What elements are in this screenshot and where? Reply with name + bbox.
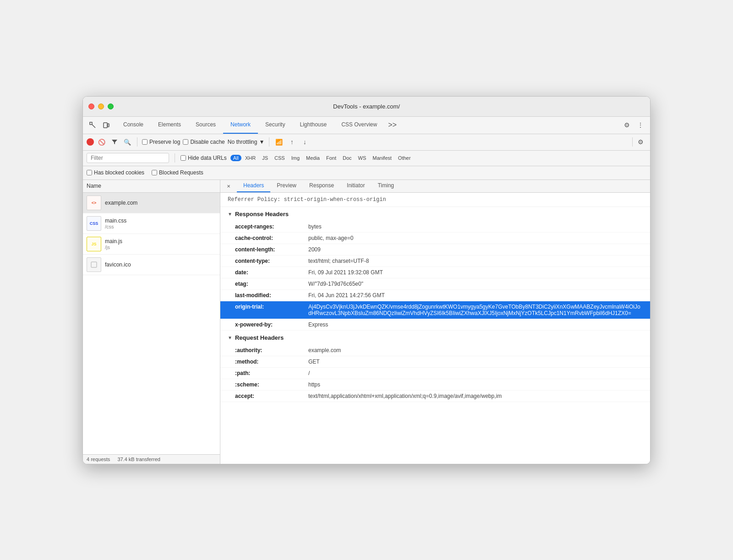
file-item-info: main.css /css bbox=[105, 217, 126, 229]
collapse-arrow-icon: ▼ bbox=[228, 212, 232, 217]
file-list-header: Name bbox=[83, 180, 220, 193]
header-row-x-powered-by: x-powered-by: Express bbox=[220, 319, 650, 331]
tab-css-overview[interactable]: CSS Overview bbox=[334, 117, 384, 134]
wifi-icon[interactable]: 📶 bbox=[274, 137, 284, 147]
filter-type-css[interactable]: CSS bbox=[272, 155, 288, 161]
window-title: DevTools - example.com/ bbox=[333, 103, 400, 110]
header-row-scheme: :scheme: https bbox=[220, 379, 650, 391]
tab-security[interactable]: Security bbox=[258, 117, 292, 134]
file-item-js[interactable]: JS main.js /js bbox=[83, 234, 220, 255]
filter-type-js[interactable]: JS bbox=[259, 155, 271, 161]
device-toolbar-button[interactable] bbox=[100, 119, 112, 131]
header-row-cache-control: cache-control: public, max-age=0 bbox=[220, 233, 650, 244]
separator-1 bbox=[137, 137, 137, 147]
tab-sources[interactable]: Sources bbox=[188, 117, 223, 134]
headers-panel: × Headers Preview Response Initiator Tim… bbox=[220, 180, 650, 464]
file-list-panel: Name <> example.com CSS bbox=[83, 180, 220, 464]
header-row-content-type: content-type: text/html; charset=UTF-8 bbox=[220, 256, 650, 267]
file-item-info: example.com bbox=[105, 200, 137, 206]
header-row-accept-ranges: accept-ranges: bytes bbox=[220, 221, 650, 233]
toolbar-right: ⚙ bbox=[630, 136, 646, 148]
filter-separator bbox=[175, 153, 175, 163]
filter-type-all[interactable]: All bbox=[230, 155, 241, 161]
file-item-info: main.js /js bbox=[105, 238, 122, 250]
status-bar: 4 requests 37.4 kB transferred bbox=[83, 454, 220, 464]
tabs-right-icons: ⚙ ⋮ bbox=[621, 119, 646, 131]
tab-list: Console Elements Sources Network Securit… bbox=[116, 117, 400, 134]
settings-gear-icon[interactable]: ⚙ bbox=[621, 119, 633, 131]
hide-data-urls-checkbox[interactable]: Hide data URLs bbox=[181, 155, 227, 161]
svg-line-1 bbox=[92, 125, 95, 128]
maximize-button[interactable] bbox=[108, 103, 114, 109]
tab-console[interactable]: Console bbox=[116, 117, 151, 134]
blocked-requests-checkbox[interactable]: Blocked Requests bbox=[152, 169, 203, 176]
upload-icon[interactable]: ↑ bbox=[287, 137, 297, 147]
header-row-path: :path: / bbox=[220, 368, 650, 379]
headers-tabs: × Headers Preview Response Initiator Tim… bbox=[220, 180, 650, 193]
file-icon-css: CSS bbox=[87, 216, 101, 231]
search-icon[interactable]: 🔍 bbox=[122, 137, 132, 147]
network-toolbar: 🚫 🔍 Preserve log Disable cache No thrott… bbox=[83, 134, 650, 151]
more-options-icon[interactable]: ⋮ bbox=[635, 119, 646, 131]
svg-rect-2 bbox=[104, 123, 107, 128]
preserve-log-checkbox[interactable]: Preserve log bbox=[142, 139, 180, 145]
download-icon[interactable]: ↓ bbox=[300, 137, 310, 147]
devtools-left-icons bbox=[87, 119, 112, 131]
disable-cache-checkbox[interactable]: Disable cache bbox=[183, 139, 224, 145]
throttle-select[interactable]: No throttling ▼ bbox=[228, 139, 265, 145]
tab-lighthouse[interactable]: Lighthouse bbox=[292, 117, 334, 134]
filter-type-manifest[interactable]: Manifest bbox=[370, 155, 394, 161]
network-settings-icon[interactable]: ⚙ bbox=[635, 136, 646, 148]
file-icon-js: JS bbox=[87, 237, 101, 251]
filter-type-other[interactable]: Other bbox=[395, 155, 414, 161]
tab-more-button[interactable]: >> bbox=[384, 117, 400, 134]
header-row-last-modified: last-modified: Fri, 04 Jun 2021 14:27:56… bbox=[220, 290, 650, 301]
svg-rect-4 bbox=[91, 262, 97, 267]
devtools-tab-bar: Console Elements Sources Network Securit… bbox=[83, 117, 650, 134]
file-item-css[interactable]: CSS main.css /css bbox=[83, 213, 220, 234]
filter-type-img[interactable]: Img bbox=[289, 155, 302, 161]
filter-type-font[interactable]: Font bbox=[323, 155, 339, 161]
tab-headers[interactable]: Headers bbox=[237, 180, 270, 192]
filter-type-doc[interactable]: Doc bbox=[340, 155, 355, 161]
collapse-arrow-2-icon: ▼ bbox=[228, 335, 232, 340]
filter-type-ws[interactable]: WS bbox=[356, 155, 369, 161]
blocked-row: Has blocked cookies Blocked Requests bbox=[83, 166, 650, 180]
minimize-button[interactable] bbox=[98, 103, 104, 109]
file-item-info: favicon.ico bbox=[105, 261, 131, 268]
tab-network[interactable]: Network bbox=[223, 117, 258, 134]
header-row-method: :method: GET bbox=[220, 356, 650, 368]
close-button[interactable] bbox=[88, 103, 94, 109]
file-item-ico[interactable]: favicon.ico bbox=[83, 255, 220, 275]
tab-timing[interactable]: Timing bbox=[371, 180, 400, 192]
separator-3 bbox=[632, 137, 633, 147]
separator-2 bbox=[269, 137, 269, 147]
filter-icon[interactable] bbox=[109, 137, 120, 147]
close-panel-button[interactable]: × bbox=[224, 181, 233, 190]
record-button[interactable] bbox=[87, 138, 94, 146]
tab-elements[interactable]: Elements bbox=[151, 117, 188, 134]
tab-response[interactable]: Response bbox=[303, 180, 340, 192]
header-row-authority: :authority: example.com bbox=[220, 345, 650, 356]
filter-types: All XHR JS CSS Img Media Font Doc WS Man… bbox=[230, 155, 414, 161]
tab-initiator[interactable]: Initiator bbox=[340, 180, 371, 192]
devtools-window: DevTools - example.com/ Console Elements… bbox=[82, 96, 651, 464]
filter-type-xhr[interactable]: XHR bbox=[242, 155, 258, 161]
has-blocked-cookies-checkbox[interactable]: Has blocked cookies bbox=[87, 169, 144, 176]
main-content: Name <> example.com CSS bbox=[83, 180, 650, 464]
filter-input[interactable] bbox=[87, 153, 169, 163]
header-row-date: date: Fri, 09 Jul 2021 19:32:08 GMT bbox=[220, 267, 650, 278]
request-headers-section[interactable]: ▼ Request Headers bbox=[220, 331, 650, 345]
response-headers-section[interactable]: ▼ Response Headers bbox=[220, 207, 650, 221]
filter-row: Hide data URLs All XHR JS CSS Img Media … bbox=[83, 151, 650, 166]
header-row-etag: etag: W/"7d9-179d76c65e0" bbox=[220, 278, 650, 290]
svg-rect-0 bbox=[90, 122, 92, 125]
inspect-element-button[interactable] bbox=[87, 119, 98, 131]
header-row-accept: accept: text/html,application/xhtml+xml,… bbox=[220, 391, 650, 402]
file-item-example[interactable]: <> example.com bbox=[83, 193, 220, 213]
filter-type-media[interactable]: Media bbox=[303, 155, 323, 161]
tab-preview[interactable]: Preview bbox=[270, 180, 303, 192]
svg-rect-3 bbox=[108, 124, 109, 127]
clear-button[interactable]: 🚫 bbox=[97, 137, 107, 147]
file-list: <> example.com CSS main.css /css bbox=[83, 193, 220, 454]
